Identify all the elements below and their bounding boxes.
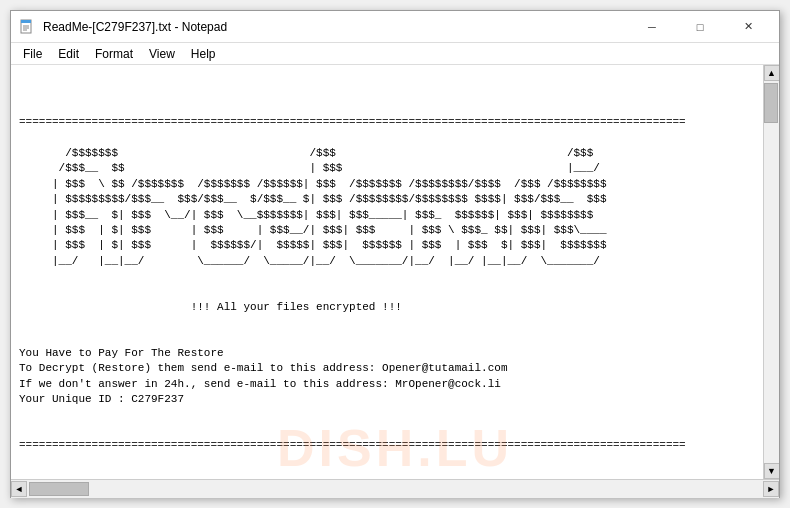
scroll-track-vertical[interactable] [764,81,779,463]
scroll-right-arrow[interactable]: ► [763,481,779,497]
ransom-instructions: You Have to Pay For The Restore To Decry… [19,347,507,405]
separator-top: ========================================… [19,116,686,128]
window-title: ReadMe-[C279F237].txt - Notepad [43,20,227,34]
svg-rect-1 [21,20,31,23]
menu-view[interactable]: View [141,45,183,63]
encryption-message: !!! All your files encrypted !!! [19,301,402,313]
menu-help[interactable]: Help [183,45,224,63]
menu-file[interactable]: File [15,45,50,63]
ascii-art: /$$$$$$$ /$$$ /$$$ /$$$__ $$ | $$$ |___/… [19,147,607,267]
vertical-scrollbar[interactable]: ▲ ▼ [763,65,779,479]
notepad-window: ReadMe-[C279F237].txt - Notepad ─ □ ✕ Fi… [10,10,780,498]
scroll-up-arrow[interactable]: ▲ [764,65,780,81]
close-button[interactable]: ✕ [725,13,771,41]
scroll-down-arrow[interactable]: ▼ [764,463,780,479]
menu-bar: File Edit Format View Help [11,43,779,65]
ransom-content: ========================================… [19,100,755,469]
title-bar: ReadMe-[C279F237].txt - Notepad ─ □ ✕ [11,11,779,43]
scroll-thumb-vertical[interactable] [764,83,778,123]
bottom-bar: ◄ ► [11,479,779,497]
scroll-left-arrow[interactable]: ◄ [11,481,27,497]
window-controls: ─ □ ✕ [629,13,771,41]
horizontal-scrollbar[interactable]: ◄ ► [11,480,779,498]
menu-edit[interactable]: Edit [50,45,87,63]
minimize-button[interactable]: ─ [629,13,675,41]
content-area: ========================================… [11,65,779,479]
scroll-track-horizontal[interactable] [27,481,763,497]
maximize-button[interactable]: □ [677,13,723,41]
title-bar-left: ReadMe-[C279F237].txt - Notepad [19,19,227,35]
separator-bottom: ========================================… [19,439,686,451]
menu-format[interactable]: Format [87,45,141,63]
scroll-thumb-horizontal[interactable] [29,482,89,496]
text-editor[interactable]: ========================================… [11,65,763,479]
notepad-icon [19,19,35,35]
